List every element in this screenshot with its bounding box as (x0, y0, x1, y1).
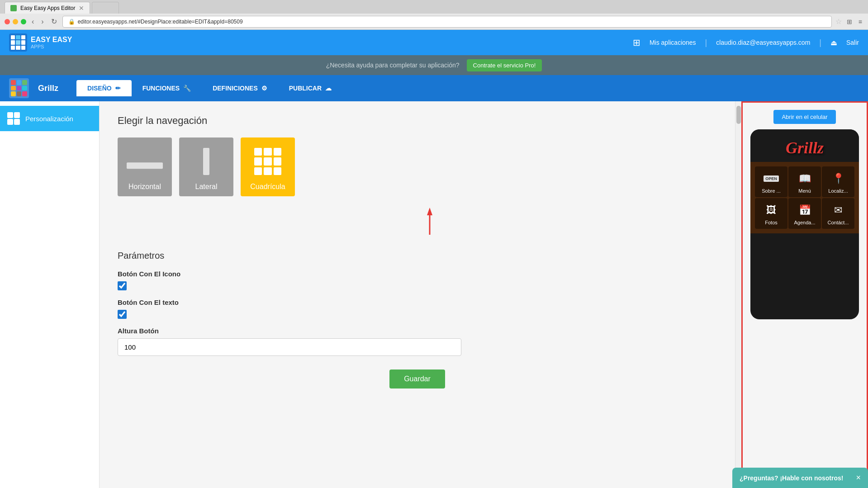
app-bar: Grillz DISEÑO ✏ FUNCIONES 🔧 DEFINICIONES… (0, 75, 868, 101)
logo-cell-8 (16, 46, 20, 50)
phone-grid-item-localizacion[interactable]: 📍Localiz... (822, 166, 854, 197)
nav-option-horizontal[interactable]: Horizontal (118, 137, 172, 196)
funciones-label: FUNCIONES (142, 85, 180, 92)
lateral-label: Lateral (195, 183, 218, 191)
chat-widget: ¿Preguntas? ¡Hable con nosotros! × (732, 468, 868, 488)
logo-subtitle: APPS (31, 44, 72, 49)
tab-diseno[interactable]: DISEÑO ✏ (76, 80, 132, 96)
tab-funciones[interactable]: FUNCIONES 🔧 (132, 80, 202, 96)
phone-grid-item-sobre[interactable]: OPENSobre ... (755, 166, 787, 197)
svg-marker-1 (427, 208, 432, 215)
cuadricula-icon (254, 148, 281, 175)
bookmark-icon[interactable]: ☆ (835, 17, 842, 26)
chat-title: ¿Preguntas? ¡Hable con nosotros! (740, 474, 843, 482)
param-icon-checkbox[interactable] (118, 281, 127, 290)
minimize-dot[interactable] (13, 19, 18, 24)
back-button[interactable]: ‹ (30, 17, 36, 27)
app-icon-c6 (22, 86, 27, 91)
phone-grid-item-agenda[interactable]: 📅Agenda... (788, 198, 821, 229)
lateral-icon (203, 148, 209, 175)
contacto-label: Contáct... (827, 220, 849, 225)
horizontal-icon (127, 162, 163, 169)
refresh-button[interactable]: ↻ (49, 16, 59, 27)
localizacion-label: Localiz... (828, 188, 848, 194)
guardar-button[interactable]: Guardar (389, 370, 445, 389)
info-text: ¿Necesita ayuda para completar su aplica… (326, 62, 460, 69)
diseno-label: DISEÑO (87, 85, 112, 92)
user-email-link[interactable]: claudio.diaz@easyeasyapps.com (716, 39, 810, 46)
param-text-checkbox[interactable] (118, 310, 127, 319)
browser-tab[interactable]: Easy Easy Apps Editor ✕ (5, 2, 90, 14)
sidebar-item-personalizacion[interactable]: Personalización (0, 106, 99, 131)
sidebar: Personalización (0, 101, 100, 488)
logo-cell-3 (21, 35, 25, 39)
params-title: Parámetros (118, 251, 717, 261)
mis-aplicaciones-link[interactable]: Mis aplicaciones (650, 39, 696, 46)
fotos-icon: 🖼 (766, 204, 776, 217)
param-height-label: Altura Botón (118, 327, 717, 335)
app-icon-c8 (17, 91, 22, 96)
fotos-label: Fotos (765, 220, 778, 225)
phone-header: Grillz (750, 129, 859, 162)
pro-cta-button[interactable]: Contrate el servicio Pro! (467, 59, 542, 71)
logo-area: EASY EASY APPS (9, 33, 72, 52)
scrollbar-thumb[interactable] (736, 106, 741, 124)
cuadricula-label: Cuadrícula (250, 183, 285, 191)
nav-divider-1: | (705, 38, 707, 47)
param-text-label: Botón Con El texto (118, 298, 717, 306)
content-scrollbar[interactable] (735, 101, 741, 488)
agenda-label: Agenda... (794, 220, 815, 225)
localizacion-icon: 📍 (832, 172, 844, 185)
app-icon-c1 (11, 80, 16, 85)
apps-grid-icon[interactable]: ⊞ (633, 37, 640, 48)
logo-cell-7 (11, 46, 15, 50)
nav-option-lateral[interactable]: Lateral (179, 137, 233, 196)
logo-title: EASY EASY (31, 36, 72, 44)
red-arrow-svg (425, 205, 434, 237)
chat-close-button[interactable]: × (856, 473, 861, 483)
menu-label: Menú (798, 188, 811, 194)
nav-option-cuadricula[interactable]: Cuadrícula (241, 137, 295, 196)
logo-cell-1 (11, 35, 15, 39)
browser-controls (5, 19, 26, 24)
close-dot[interactable] (5, 19, 10, 24)
extensions-icon[interactable]: ⊞ (845, 18, 854, 25)
phone-grid-item-menu[interactable]: 📖Menú (788, 166, 821, 197)
height-input[interactable] (118, 338, 461, 356)
funciones-icon: 🔧 (183, 85, 191, 92)
address-bar[interactable]: 🔒 editor.easyeasyapps.net/#DesignPlace:e… (62, 16, 832, 28)
salir-link[interactable]: Salir (846, 39, 859, 46)
app-icon (9, 78, 29, 98)
open-phone-button[interactable]: Abrir en el celular (773, 110, 835, 124)
logo-cell-2 (16, 35, 20, 39)
sobre-badge: OPEN (764, 175, 779, 182)
app-icon-c3 (22, 80, 27, 85)
definiciones-icon: ⚙ (261, 85, 267, 92)
logo-cell-9 (21, 46, 25, 50)
maximize-dot[interactable] (21, 19, 26, 24)
app-icon-c9 (22, 91, 27, 96)
forward-button[interactable]: › (39, 17, 45, 27)
tab-definiciones[interactable]: DEFINICIONES ⚙ (202, 80, 278, 96)
logout-icon[interactable]: ⏏ (830, 38, 837, 47)
main-content: Personalización Elegir la navegación Hor… (0, 101, 868, 488)
chat-header: ¿Preguntas? ¡Hable con nosotros! × (732, 468, 868, 488)
app-icon-c2 (17, 80, 22, 85)
logo-cell-4 (11, 40, 15, 44)
nav-section: Elegir la navegación Horizontal Lateral (118, 115, 717, 237)
param-icon-checkbox-row (118, 281, 717, 290)
menu-icon[interactable]: ≡ (857, 18, 863, 25)
phone-grid-item-fotos[interactable]: 🖼Fotos (755, 198, 787, 229)
info-bar: ¿Necesita ayuda para completar su aplica… (0, 55, 868, 75)
definiciones-label: DEFINICIONES (213, 85, 258, 92)
browser-chrome: Easy Easy Apps Editor ✕ ‹ › ↻ 🔒 editor.e… (0, 0, 868, 30)
tab-publicar[interactable]: PUBLICAR ☁ (278, 80, 342, 96)
phone-grid-item-contacto[interactable]: ✉Contáct... (822, 198, 854, 229)
logo-cell-5 (16, 40, 20, 44)
tab-bar: Easy Easy Apps Editor ✕ (0, 0, 868, 14)
app-icon-c7 (11, 91, 16, 96)
top-navbar: EASY EASY APPS ⊞ Mis aplicaciones | clau… (0, 30, 868, 55)
tab-close-btn[interactable]: ✕ (79, 5, 84, 12)
tab-title: Easy Easy Apps Editor (20, 5, 75, 11)
personalizacion-label: Personalización (25, 115, 73, 123)
